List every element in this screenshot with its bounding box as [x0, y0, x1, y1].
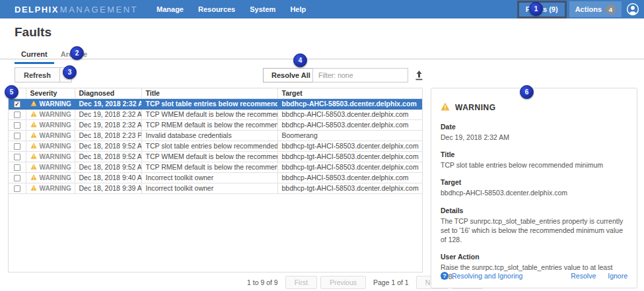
- cell-title: TCP WMEM default is below the recommende…: [141, 109, 277, 119]
- ignore-link[interactable]: Ignore: [608, 272, 627, 280]
- row-checkbox[interactable]: [14, 164, 20, 171]
- resolve-all-button[interactable]: Resolve All: [263, 68, 319, 82]
- cell-target: Boomerang: [277, 130, 422, 141]
- table-row[interactable]: WARNINGDec 18, 2018 9:52 AMTCP WMEM defa…: [9, 151, 422, 162]
- warning-icon: [30, 163, 37, 171]
- cell-target: bbdhcp-tgt-AHCI-58503.dcenter.delphix.co…: [277, 162, 422, 172]
- menu-manage[interactable]: Manage: [149, 5, 191, 13]
- brand-primary: DELPHIX: [15, 5, 59, 15]
- menu-help[interactable]: Help: [283, 5, 313, 13]
- cell-target: bbdhcp-AHCI-58503.dcenter.delphix.com: [277, 98, 422, 109]
- row-checkbox[interactable]: [14, 185, 20, 192]
- help-link-label: Resolving and Ignoring: [452, 272, 522, 280]
- table-row[interactable]: WARNINGDec 19, 2018 2:32 AMTCP WMEM defa…: [9, 109, 422, 119]
- row-checkbox[interactable]: [14, 143, 20, 150]
- detail-details-section: Details The TCP sunrpc.tcp_slot_table_en…: [441, 207, 627, 245]
- cell-title: TCP WMEM default is below the recommende…: [141, 151, 277, 162]
- actions-button[interactable]: Actions 4: [569, 1, 622, 17]
- detail-header: WARNING: [441, 102, 627, 113]
- column-header-diagnosed[interactable]: Diagnosed: [75, 88, 141, 98]
- warning-icon: [30, 121, 37, 129]
- resolve-link[interactable]: Resolve: [571, 272, 596, 280]
- cell-target: bbdhcp-tgt-AHCI-58503.dcenter.delphix.co…: [277, 183, 422, 193]
- help-icon: ?: [441, 272, 448, 280]
- tab-current[interactable]: Current: [15, 48, 54, 64]
- pagination-range: 1 to 9 of 9: [243, 278, 282, 286]
- table-row[interactable]: WARNINGDec 18, 2018 9:52 AMTCP RMEM defa…: [9, 162, 422, 172]
- warning-icon: [30, 184, 37, 192]
- table-row[interactable]: WARNINGDec 18, 2018 2:23 PMInvalid datab…: [9, 130, 422, 141]
- annotation-badge-3: 3: [63, 65, 77, 79]
- page-title: Faults: [15, 25, 52, 40]
- warning-icon: [30, 131, 37, 139]
- detail-footer: ? Resolving and Ignoring Resolve Ignore: [441, 272, 627, 280]
- table-row[interactable]: WARNINGDec 19, 2018 2:32 AMTCP RMEM defa…: [9, 119, 422, 130]
- cell-diagnosed: Dec 18, 2018 2:23 PM: [75, 130, 141, 141]
- row-checkbox[interactable]: [14, 133, 20, 139]
- severity-label: WARNING: [40, 143, 71, 150]
- annotation-badge-1: 1: [529, 2, 543, 16]
- first-page-button[interactable]: First: [285, 276, 317, 289]
- cell-diagnosed: Dec 18, 2018 9:39 AM: [75, 183, 141, 193]
- cell-target: bbdhcp-AHCI-58503.dcenter.delphix.com: [277, 119, 422, 130]
- column-header-title[interactable]: Title: [141, 88, 277, 98]
- actions-count-badge: 4: [606, 5, 616, 15]
- faults-table-body: WARNINGDec 19, 2018 2:32 AMTCP slot tabl…: [9, 98, 422, 193]
- detail-details-value: The TCP sunrpc.tcp_slot_table_entries pr…: [441, 216, 627, 245]
- cell-target: bbdhcp-AHCI-58503.dcenter.delphix.com: [277, 109, 422, 119]
- row-checkbox[interactable]: [14, 122, 20, 129]
- annotation-badge-6: 6: [520, 85, 534, 99]
- annotation-badge-2: 2: [70, 46, 84, 60]
- previous-page-button[interactable]: Previous: [320, 276, 366, 289]
- row-checkbox[interactable]: [14, 101, 20, 108]
- fault-detail-panel: WARNING Date Dec 19, 2018 2:32 AM Title …: [431, 88, 637, 288]
- column-header-severity[interactable]: Severity: [26, 88, 75, 98]
- menu-resources[interactable]: Resources: [191, 5, 242, 13]
- severity-label: WARNING: [40, 111, 71, 118]
- cell-title: TCP RMEM default is below the recommende…: [141, 162, 277, 172]
- page-indicator: Page 1 of 1: [369, 278, 413, 286]
- table-row[interactable]: WARNINGDec 18, 2018 9:52 AMTCP slot tabl…: [9, 141, 422, 151]
- table-row[interactable]: WARNINGDec 19, 2018 2:32 AMTCP slot tabl…: [9, 98, 422, 109]
- cell-target: bbdhcp-tgt-AHCI-58503.dcenter.delphix.co…: [277, 141, 422, 151]
- detail-date-label: Date: [441, 123, 627, 131]
- faults-table: Severity Diagnosed Title Target WARNINGD…: [8, 88, 423, 273]
- row-checkbox[interactable]: [14, 175, 20, 181]
- warning-icon: [30, 110, 37, 118]
- warning-icon: [30, 174, 37, 181]
- topbar: DELPHIXMANAGEMENT Manage Resources Syste…: [0, 0, 644, 18]
- column-header-target[interactable]: Target: [277, 88, 422, 98]
- severity-label: WARNING: [40, 164, 71, 171]
- row-checkbox[interactable]: [14, 154, 20, 160]
- export-icon[interactable]: [413, 69, 425, 82]
- detail-title-section: Title TCP slot table entries below recom…: [441, 150, 627, 170]
- severity-label: WARNING: [40, 132, 71, 139]
- faults-screen: DELPHIXMANAGEMENT Manage Resources Syste…: [0, 0, 644, 291]
- refresh-button[interactable]: Refresh: [15, 67, 59, 82]
- detail-target-label: Target: [441, 178, 627, 186]
- cell-title: Invalid database credentials: [141, 130, 277, 141]
- detail-details-label: Details: [441, 207, 627, 214]
- filter-input[interactable]: [312, 68, 408, 82]
- brand-logo: DELPHIXMANAGEMENT: [15, 3, 138, 15]
- actions-button-label: Actions: [575, 5, 602, 13]
- resolving-ignoring-link[interactable]: ? Resolving and Ignoring: [441, 272, 522, 280]
- table-row[interactable]: WARNINGDec 18, 2018 9:39 AMIncorrect too…: [9, 183, 422, 193]
- detail-target-section: Target bbdhcp-AHCI-58503.dcenter.delphix…: [441, 178, 627, 197]
- table-row[interactable]: WARNINGDec 18, 2018 9:40 AMIncorrect too…: [9, 172, 422, 183]
- detail-title-label: Title: [441, 150, 627, 158]
- detail-actions: Resolve Ignore: [571, 272, 627, 280]
- tabs-divider: [0, 59, 644, 59]
- cell-title: Incorrect toolkit owner: [141, 183, 277, 193]
- warning-icon: [30, 142, 37, 150]
- menu-system[interactable]: System: [242, 5, 283, 13]
- severity-label: WARNING: [40, 100, 71, 108]
- brand-secondary: MANAGEMENT: [60, 5, 138, 15]
- detail-date-value: Dec 19, 2018 2:32 AM: [441, 133, 627, 142]
- cell-title: TCP RMEM default is below the recommende…: [141, 119, 277, 130]
- cell-target: bbdhcp-AHCI-58503.dcenter.delphix.com: [277, 172, 422, 183]
- row-checkbox[interactable]: [14, 112, 20, 118]
- user-avatar-icon[interactable]: [626, 2, 640, 16]
- detail-date-section: Date Dec 19, 2018 2:32 AM: [441, 123, 627, 142]
- annotation-badge-4: 4: [293, 53, 307, 67]
